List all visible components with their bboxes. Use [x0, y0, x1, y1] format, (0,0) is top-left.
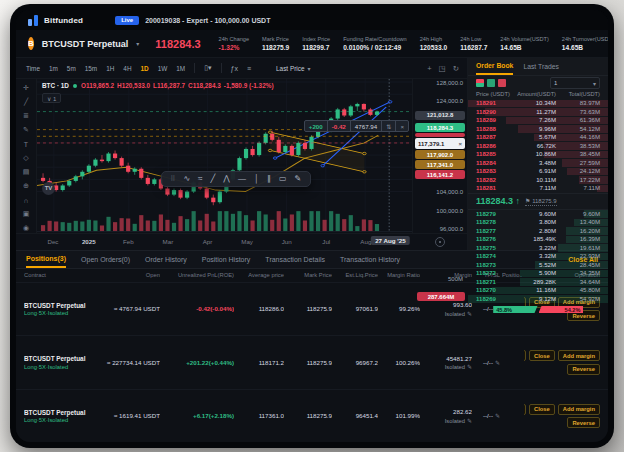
tab-position-history[interactable]: Position History	[202, 251, 251, 268]
tab-transaction-history[interactable]: Transaction History	[340, 251, 400, 268]
timeframe-1w[interactable]: 1W	[154, 63, 172, 74]
reverse-button[interactable]: Reverse	[567, 417, 600, 428]
book-row-bid[interactable]: 11827011.16M45.80M	[468, 286, 608, 295]
curve-icon[interactable]: ∿	[181, 174, 193, 183]
reset-zoom-icon[interactable]: ↻	[453, 64, 459, 73]
trendline-icon[interactable]: ╱	[208, 174, 218, 183]
reverse-position-icon[interactable]: ⇅	[381, 121, 395, 131]
book-row-bid[interactable]: 1182725.90M34.35M	[468, 269, 608, 278]
add-margin-button[interactable]: Add margin	[558, 404, 600, 415]
book-row-ask[interactable]: 11828666.72K38.53M	[468, 142, 608, 151]
book-row-bid[interactable]: 1182743.32M22.93M	[468, 252, 608, 261]
contract-name: BTCUSDT Perpetual	[24, 302, 102, 309]
timeframe-1m[interactable]: 1m	[45, 63, 62, 74]
book-row-ask[interactable]: 11829011.27M73.63M	[468, 108, 608, 117]
candle-style-icon[interactable]: ▯▾	[200, 62, 215, 74]
book-view-bids-icon[interactable]	[487, 79, 495, 87]
book-row-bid[interactable]: 1182753.22M19.61M	[468, 244, 608, 253]
fib-icon[interactable]: ≣	[19, 112, 33, 121]
price-badge-alert[interactable]: 117,379.1×	[415, 138, 465, 149]
edit-margin-icon[interactable]: ✎	[467, 311, 472, 317]
close-all-button[interactable]: Close all	[524, 404, 526, 415]
mid-price-row[interactable]: 118284.3 ↑ ⚑ 118275.9	[468, 193, 608, 210]
brush-icon[interactable]: ✎	[19, 126, 33, 135]
polyline-icon[interactable]: ⋀	[221, 174, 233, 183]
tab-open-orders-0-[interactable]: Open Orders(0)	[81, 251, 130, 268]
tab-order-history[interactable]: Order History	[145, 251, 187, 268]
layout-menu-icon[interactable]: ≡	[243, 63, 255, 74]
price-type-select[interactable]: Last Price▾	[276, 65, 310, 72]
channel-icon[interactable]: ∥	[264, 174, 273, 183]
timeframe-4h[interactable]: 4H	[119, 63, 135, 74]
candlestick-chart[interactable]	[37, 79, 412, 233]
add-panel-icon[interactable]: +	[427, 64, 431, 73]
trendline-icon[interactable]: ╱	[19, 98, 33, 107]
book-row-bid[interactable]: 1182799.60M9.60M	[468, 210, 608, 219]
timeframe-1h[interactable]: 1H	[102, 63, 118, 74]
drag-handle-icon[interactable]: ⠿	[168, 175, 178, 183]
edit-margin-icon[interactable]: ✎	[467, 364, 472, 370]
book-row-bid[interactable]: 1182783.80M13.40M	[468, 218, 608, 227]
book-amount: 3.32M	[512, 253, 556, 259]
book-row-ask[interactable]: 11829110.34M83.97M	[468, 99, 608, 108]
pen-icon[interactable]: ✎	[292, 174, 304, 183]
time-axis[interactable]: Dec2025FebMarAprMayJunJulAug27 Aug '25	[16, 233, 467, 250]
book-row-ask[interactable]: 1182843.48M27.59M	[468, 159, 608, 168]
magnet-icon[interactable]: ∩	[19, 196, 33, 205]
tab-positions-3-[interactable]: Positions(3)	[26, 251, 66, 268]
precision-select[interactable]: 1 ▾	[550, 77, 600, 89]
book-row-bid[interactable]: 118271289.28K34.64M	[468, 278, 608, 287]
axis-settings-icon[interactable]	[435, 237, 445, 247]
book-row-ask[interactable]: 1182889.96M54.12M	[468, 125, 608, 134]
book-view-asks-icon[interactable]	[498, 79, 506, 87]
book-row-ask[interactable]: 1182897.26M61.36M	[468, 116, 608, 125]
timeframe-15m[interactable]: 15m	[81, 63, 101, 74]
snapshot-icon[interactable]: ◉	[19, 224, 33, 233]
fullscreen-icon[interactable]: ◳	[439, 64, 446, 73]
symbol-name[interactable]: BTCUSDT Perpetual	[42, 39, 129, 49]
book-row-ask[interactable]: 11828210.11M17.22M	[468, 176, 608, 185]
book-row-bid[interactable]: 1182699.12M54.92M	[468, 295, 608, 304]
symbol-dropdown-icon[interactable]: ▾	[136, 40, 139, 47]
timeframe-time[interactable]: Time	[22, 63, 44, 74]
timeframe-5m[interactable]: 5m	[63, 63, 80, 74]
close-button[interactable]: Close	[529, 404, 555, 415]
position-line-widget[interactable]: +200 -0.42 4767.94 ⇅ ×	[304, 120, 409, 132]
book-tab-last-trades[interactable]: Last Trades	[523, 58, 559, 75]
zoom-icon[interactable]: ⊕	[19, 182, 33, 191]
price-scale[interactable]: 128,000.0124,000.0108,000.0104,000.0100,…	[412, 79, 467, 233]
book-row-ask[interactable]: 1182836.91M24.12M	[468, 167, 608, 176]
close-all-button[interactable]: Close all	[524, 350, 526, 361]
tab-transaction-details[interactable]: Transaction Details	[265, 251, 325, 268]
book-row-bid[interactable]: 1182772.80M16.20M	[468, 227, 608, 236]
edit-margin-icon[interactable]: ✎	[467, 418, 472, 424]
close-position-icon[interactable]: ×	[395, 121, 408, 131]
book-row-bid[interactable]: 118276185.49K16.39M	[468, 235, 608, 244]
chart-canvas[interactable]: BTC · 1D O119,865.2H120,533.0L116,287.7C…	[37, 79, 412, 233]
crosshair-icon[interactable]: ✛	[19, 84, 33, 93]
book-row-ask[interactable]: 1182817.11M7.11M	[468, 184, 608, 193]
book-view-both-icon[interactable]	[476, 79, 484, 87]
close-button[interactable]: Close	[529, 350, 555, 361]
book-tab-order-book[interactable]: Order Book	[476, 58, 513, 75]
timeframe-1d[interactable]: 1D	[137, 63, 153, 74]
alert-close-icon[interactable]: ×	[458, 141, 462, 147]
book-row-bid[interactable]: 1182735.52M28.45M	[468, 261, 608, 270]
lock-icon[interactable]: ▣	[19, 210, 33, 219]
indicator-group-collapsed[interactable]: ∨ 1	[42, 93, 61, 103]
indicators-icon[interactable]: ƒx	[227, 63, 242, 74]
rect-icon[interactable]: ▭	[276, 174, 289, 183]
measure-icon[interactable]: ▤	[19, 168, 33, 177]
timeframe-1m[interactable]: 1M	[172, 63, 189, 74]
vline-icon[interactable]: │	[251, 174, 261, 183]
text-icon[interactable]: T	[19, 140, 33, 149]
shapes-icon[interactable]: ◇	[19, 154, 33, 163]
edit-tpsl-icon[interactable]: ✎	[495, 360, 500, 366]
book-row-ask[interactable]: 11828510.86M38.45M	[468, 150, 608, 159]
waves-icon[interactable]: ≈	[196, 174, 205, 183]
add-margin-button[interactable]: Add margin	[558, 350, 600, 361]
book-row-ask[interactable]: 1182875.67M44.16M	[468, 133, 608, 142]
edit-tpsl-icon[interactable]: ✎	[495, 413, 500, 419]
reverse-button[interactable]: Reverse	[567, 364, 600, 375]
hline-icon[interactable]: —	[235, 174, 248, 183]
